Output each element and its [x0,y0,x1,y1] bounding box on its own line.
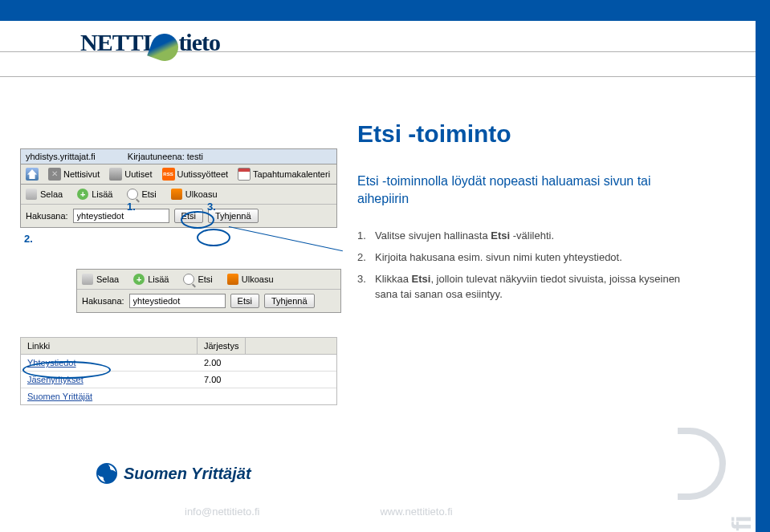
add-icon [77,189,88,200]
layout-icon [171,189,182,200]
step-text: Valitse sivujen hallinasta Etsi -välileh… [375,229,554,244]
subtab-label: Etsi [141,189,156,199]
footer-org-name: Suomen Yrittäjät [124,465,251,483]
org-swirl-icon [96,463,117,484]
admin-main-tabs: Nettisivut Uutiset RSSUutissyötteet Tapa… [21,164,336,185]
results-header: Linkki Järjestys [21,338,336,355]
add-icon [133,274,145,285]
result-order: 7.00 [204,375,221,384]
step-text: Klikkaa Etsi, jolloin tulevat näkyviin t… [375,272,695,303]
footer-email: info@nettitieto.fi [185,506,259,518]
subtab-label: Lisää [92,189,112,199]
step-1: 1. Valitse sivujen hallinasta Etsi -väli… [357,229,695,244]
home-icon [26,168,39,181]
subtab-selaa[interactable]: Selaa [26,189,63,200]
callout-ring-result [22,361,111,379]
step-3: 3. Klikkaa Etsi, jolloin tulevat näkyvii… [357,272,695,303]
step-num: 1. [357,229,375,244]
subtab-ulkoasu[interactable]: Ulkoasu [227,274,274,285]
calendar-icon [238,168,251,181]
tab-nettisivut[interactable]: Nettisivut [48,168,100,181]
step-text-a: Valitse sivujen hallinasta [375,229,491,242]
tab-uutiset[interactable]: Uutiset [109,168,152,181]
tab-uutissyotteet[interactable]: RSSUutissyötteet [162,168,229,181]
tab-kalenteri[interactable]: Tapahtumakalenteri [238,168,330,181]
subtab-label: Lisää [148,274,169,284]
callout-line-3 [229,226,343,251]
search-icon [183,274,194,285]
subtab-label: Selaa [40,189,63,199]
step-bold: Etsi [412,273,431,285]
subtab-etsi[interactable]: Etsi [183,274,212,285]
news-icon [109,168,122,181]
subtab-label: Selaa [96,274,119,284]
tab-label: Uutissyötteet [177,169,229,179]
tab-label: Nettisivut [63,169,100,179]
tab-label: Tapahtumakalenteri [253,169,330,179]
callout-ring-3 [197,229,230,246]
subtab-ulkoasu[interactable]: Ulkoasu [171,189,218,200]
brand-logo: NETTI tieto [80,29,220,61]
admin-logged-in: Kirjautuneena: testi [128,152,203,161]
tab-home[interactable] [26,168,39,181]
brand-swoosh-icon [148,30,183,66]
step-bold: Etsi [491,229,510,242]
page-intro: Etsi -toiminnolla löydät nopeasti haluam… [357,173,678,207]
admin-search-row: Hakusana: Etsi Tyhjennä [21,205,336,227]
callout-marker-2: 2. [24,233,33,245]
zoom-subtabs: Selaa Lisää Etsi Ulkoasu [77,270,340,290]
tab-label: Uutiset [124,169,152,179]
zoom-search-row: Hakusana: Etsi Tyhjennä [77,290,340,312]
subtab-lisaa[interactable]: Lisää [77,189,112,200]
layout-icon [227,274,238,285]
col-link: Linkki [21,338,198,354]
result-link[interactable]: Suomen Yrittäjät [27,392,204,401]
brand-right: tieto [178,29,220,55]
search-input[interactable] [73,209,169,223]
tools-icon [48,168,61,181]
top-blue-bar [0,0,770,21]
footer-links: info@nettitieto.fi www.nettitieto.fi [185,506,453,518]
admin-addressbar: yhdistys.yrittajat.fi Kirjautuneena: tes… [21,149,336,164]
table-row: Suomen Yrittäjät [21,388,336,404]
subtab-label: Ulkoasu [242,274,274,284]
step-text-a: Klikkaa [375,273,412,285]
step-list: 1. Valitse sivujen hallinasta Etsi -väli… [357,229,695,308]
screenshot-search-zoom: Selaa Lisää Etsi Ulkoasu Hakusana: Etsi … [76,269,341,313]
subtab-selaa[interactable]: Selaa [82,274,119,285]
step-2: 2. Kirjoita hakusana esim. sivun nimi ku… [357,250,695,266]
step-text-b: -välilehti. [510,229,554,242]
step-text: Kirjoita hakusana esim. sivun nimi kuten… [375,250,622,266]
callout-marker-1: 1. [127,201,136,213]
search-input[interactable] [129,294,226,308]
browse-icon [26,189,37,200]
browse-icon [82,274,93,285]
step-num: 3. [357,272,375,303]
subtab-etsi[interactable]: Etsi [127,189,156,200]
footer-url: www.nettitieto.fi [380,506,452,518]
footer-org-logo: Suomen Yrittäjät [96,463,251,484]
callout-ring-1 [181,211,214,229]
rss-icon: RSS [162,168,175,181]
screenshot-admin-top: yhdistys.yrittajat.fi Kirjautuneena: tes… [20,148,337,228]
brand-left: NETTI [80,29,151,55]
callout-marker-3: 3. [207,201,216,213]
subtab-lisaa[interactable]: Lisää [133,274,169,285]
subtab-label: Etsi [198,274,212,284]
result-order: 2.00 [204,358,221,368]
side-url-text: www.nettitieto.fi [726,516,757,532]
clear-button[interactable]: Tyhjennä [264,294,315,308]
search-button[interactable]: Etsi [230,294,259,308]
search-label: Hakusana: [26,211,68,221]
search-icon [127,189,138,200]
side-blue-stripe [756,0,770,532]
subtab-label: Ulkoasu [185,189,218,199]
step-num: 2. [357,250,375,266]
header-row: NETTI tieto [0,21,770,77]
page-title: Etsi -toiminto [357,120,511,148]
admin-url: yhdistys.yrittajat.fi [26,152,96,161]
search-label: Hakusana: [82,296,124,306]
admin-subtabs: Selaa Lisää Etsi Ulkoasu [21,185,336,205]
col-order: Järjestys [198,338,246,354]
